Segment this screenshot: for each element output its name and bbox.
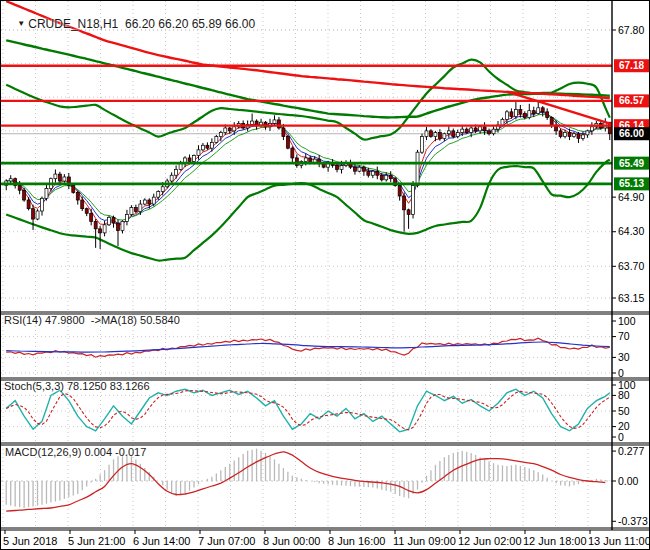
candle-body <box>425 131 428 137</box>
candle-body <box>130 208 133 215</box>
rsi-axis-label: 70 <box>618 330 630 342</box>
candle-body <box>371 171 374 175</box>
candle-body <box>201 145 204 150</box>
candle-body <box>152 197 155 204</box>
candle-body <box>251 121 254 124</box>
macd-indicator-label: MACD(12,26,9) 0.004 -0.017 <box>5 446 146 458</box>
candle-body <box>403 196 406 210</box>
candle-body <box>219 133 222 137</box>
rsi-axis-label: 30 <box>618 351 630 363</box>
candle-body <box>193 156 196 162</box>
candle-body <box>421 137 424 153</box>
stoch-axis-label: 0 <box>618 431 624 443</box>
time-axis-label: 12 Jun 18:00 <box>523 535 587 547</box>
candle-body <box>41 198 44 211</box>
candle-body <box>32 209 35 219</box>
candle-body <box>210 142 213 148</box>
candle-body <box>85 209 88 214</box>
candle-body <box>134 208 137 212</box>
candle-body <box>206 145 209 148</box>
candle-body <box>224 128 227 133</box>
candle-body <box>215 137 218 143</box>
candle-body <box>188 158 191 161</box>
candle-body <box>353 167 356 171</box>
candle-body <box>90 213 93 221</box>
candle-body <box>94 221 97 228</box>
candle-body <box>125 214 128 221</box>
macd-axis-label: -0.373 <box>618 515 648 527</box>
candle-body <box>514 110 517 117</box>
price-chart-canvas[interactable]: 67.8064.9064.3063.7063.1567.1866.5766.14… <box>1 1 650 550</box>
candle-body <box>389 175 392 178</box>
rsi-axis-label: 0 <box>618 367 624 379</box>
candle-body <box>117 223 120 230</box>
time-axis-label: 7 Jun 07:00 <box>198 535 256 547</box>
candle-body <box>233 127 236 131</box>
candle-body <box>461 129 464 132</box>
candle-body <box>81 200 84 209</box>
candle-body <box>139 204 142 211</box>
candle-body <box>286 137 289 149</box>
chart-symbol-label: CRUDE_N18,H1 <box>28 17 118 31</box>
price-axis-label: 63.15 <box>618 292 644 304</box>
candle-body <box>559 131 562 137</box>
candle-body <box>103 225 106 233</box>
candle-body <box>537 108 540 114</box>
candle-body <box>358 167 361 171</box>
candle-body <box>380 175 383 180</box>
macd-axis-label: 0.00 <box>618 475 639 487</box>
time-axis-label: 13 Jun 11:00 <box>588 535 650 547</box>
candle-body <box>550 118 553 125</box>
candle-body <box>590 127 593 131</box>
candle-body <box>376 171 379 175</box>
candle-body <box>510 112 513 117</box>
candle-body <box>161 187 164 192</box>
candle-body <box>434 133 437 137</box>
price-badge-label: 67.18 <box>619 60 644 71</box>
price-axis-label: 63.70 <box>618 260 644 272</box>
time-axis-label: 5 Jun 2018 <box>3 535 57 547</box>
rsi-indicator-label: RSI(14) 47.9800 ->MA(18) 50.5840 <box>4 314 180 326</box>
price-badge-label: 66.57 <box>619 95 644 106</box>
candle-body <box>228 128 231 131</box>
candle-body <box>443 134 446 139</box>
candle-body <box>568 133 571 137</box>
candle-body <box>304 158 307 161</box>
candle-body <box>501 119 504 125</box>
candle-body <box>505 112 508 119</box>
candle-body <box>112 217 115 223</box>
chart-background <box>1 1 650 550</box>
candle-body <box>546 112 549 118</box>
candle-body <box>143 200 146 204</box>
candle-body <box>367 171 370 175</box>
price-badge-label: 65.49 <box>619 158 644 169</box>
price-axis-label: 64.30 <box>618 225 644 237</box>
candle-body <box>398 186 401 196</box>
candle-body <box>23 190 26 200</box>
time-axis-label: 12 Jun 02:00 <box>458 535 522 547</box>
candle-body <box>483 127 486 131</box>
candle-body <box>523 114 526 118</box>
candle-body <box>99 229 102 233</box>
price-badge-label: 65.13 <box>619 178 644 189</box>
candle-body <box>45 188 48 198</box>
candle-body <box>121 221 124 230</box>
candle-body <box>282 128 285 137</box>
price-axis-label: 67.80 <box>618 24 644 36</box>
rsi-axis-label: 100 <box>618 315 636 327</box>
candle-body <box>412 186 415 215</box>
time-axis-label: 8 Jun 00:00 <box>263 535 321 547</box>
candle-body <box>27 200 30 209</box>
candle-body <box>532 111 535 114</box>
candle-body <box>385 175 388 180</box>
candle-body <box>36 211 39 219</box>
candle-body <box>76 193 79 200</box>
candle-body <box>528 111 531 118</box>
candle-body <box>72 186 75 193</box>
candle-body <box>479 127 482 131</box>
chart-title: ▼CRUDE_N18,H1 66.20 66.20 65.89 66.00 <box>4 3 255 45</box>
time-axis-label: 8 Jun 16:00 <box>328 535 386 547</box>
stoch-indicator-label: Stoch(5,3,3) 78.1250 83.1266 <box>4 380 150 392</box>
candle-body <box>465 129 468 132</box>
candle-body <box>362 167 365 171</box>
